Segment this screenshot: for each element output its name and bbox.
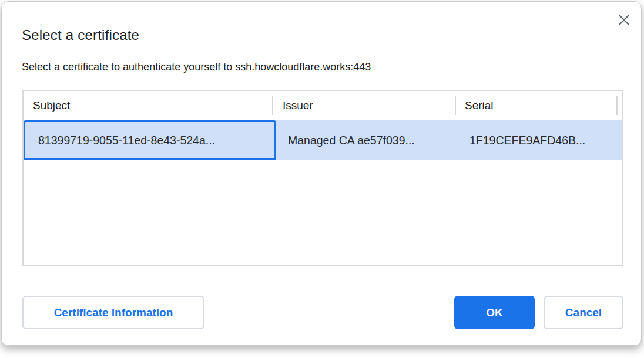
column-header-serial: Serial — [465, 91, 494, 120]
column-header-issuer: Issuer — [283, 91, 313, 120]
close-button[interactable] — [614, 11, 634, 31]
certificate-row-selected[interactable]: 81399719-9055-11ed-8e43-524a... Managed … — [24, 120, 622, 160]
column-divider — [272, 96, 273, 115]
column-divider — [455, 96, 456, 115]
dialog-subtitle: Select a certificate to authenticate you… — [22, 61, 371, 73]
table-header-row: Subject Issuer Serial — [24, 91, 622, 120]
select-certificate-dialog: Select a certificate Select a certificat… — [1, 1, 642, 346]
ok-button[interactable]: OK — [454, 296, 535, 329]
page-title: Select a certificate — [22, 27, 139, 43]
close-icon — [618, 13, 630, 28]
cell-issuer: Managed CA ae57f039... — [288, 120, 415, 160]
certificate-information-button[interactable]: Certificate information — [22, 296, 204, 329]
cancel-button[interactable]: Cancel — [544, 296, 623, 329]
certificate-table: Subject Issuer Serial 81399719-9055-11ed… — [22, 90, 623, 266]
column-divider — [616, 96, 618, 115]
column-header-subject: Subject — [33, 91, 70, 120]
cell-subject: 81399719-9055-11ed-8e43-524a... — [38, 120, 215, 160]
cell-serial: 1F19CEFE9AFD46B... — [469, 120, 585, 160]
